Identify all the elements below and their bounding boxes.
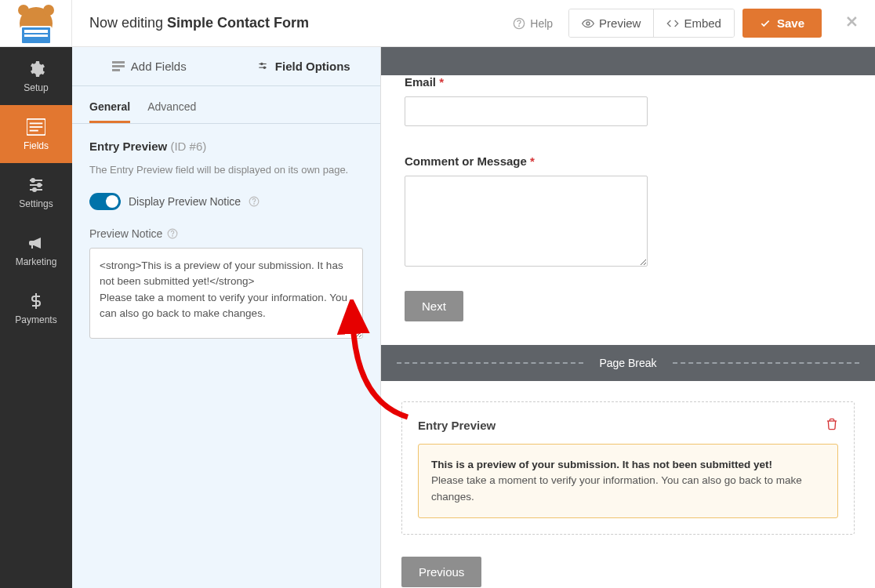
dollar-icon bbox=[27, 292, 45, 310]
close-icon bbox=[844, 13, 859, 29]
form-icon bbox=[27, 118, 45, 136]
svg-rect-4 bbox=[30, 122, 43, 124]
field-title: Entry Preview (ID #6) bbox=[89, 140, 363, 153]
svg-point-22 bbox=[254, 204, 255, 205]
bullhorn-icon bbox=[27, 234, 45, 252]
sidebar-item-label: Payments bbox=[15, 314, 56, 325]
sidebar-item-settings[interactable]: Settings bbox=[0, 163, 72, 221]
help-circle-icon[interactable] bbox=[167, 228, 178, 239]
sidebar-item-label: Fields bbox=[24, 140, 49, 151]
svg-rect-16 bbox=[112, 69, 120, 71]
svg-point-2 bbox=[586, 22, 590, 25]
comment-label: Comment or Message * bbox=[405, 154, 851, 168]
svg-point-12 bbox=[33, 188, 36, 191]
sidebar-item-setup[interactable]: Setup bbox=[0, 47, 72, 105]
field-description: The Entry Preview field will be displaye… bbox=[89, 164, 363, 176]
subtab-advanced[interactable]: Advanced bbox=[147, 100, 196, 123]
preview-notice-label: Preview Notice bbox=[89, 227, 363, 240]
trash-icon bbox=[826, 418, 838, 430]
entry-preview-title: Entry Preview bbox=[418, 419, 496, 432]
sliders-icon bbox=[27, 176, 45, 194]
eye-icon bbox=[582, 17, 594, 30]
help-link[interactable]: Help bbox=[505, 17, 561, 30]
help-circle-icon[interactable] bbox=[249, 196, 260, 207]
tab-add-fields[interactable]: Add Fields bbox=[72, 47, 227, 85]
email-field[interactable] bbox=[405, 96, 648, 126]
svg-point-20 bbox=[263, 67, 265, 68]
page-break-divider: Page Break bbox=[381, 345, 875, 381]
sidebar-item-label: Setup bbox=[24, 82, 48, 93]
svg-rect-5 bbox=[30, 126, 43, 128]
delete-field-button[interactable] bbox=[826, 418, 838, 433]
next-button[interactable]: Next bbox=[405, 291, 463, 321]
help-circle-icon bbox=[513, 17, 525, 30]
email-label: Email * bbox=[405, 75, 851, 89]
svg-rect-15 bbox=[112, 65, 125, 67]
display-preview-notice-toggle[interactable] bbox=[89, 193, 121, 210]
sidebar-item-marketing[interactable]: Marketing bbox=[0, 221, 72, 279]
sidebar-item-label: Marketing bbox=[16, 256, 57, 267]
sidebar-item-payments[interactable]: Payments bbox=[0, 279, 72, 337]
sidebar-item-fields[interactable]: Fields bbox=[0, 105, 72, 163]
now-editing-title: Now editing Simple Contact Form bbox=[72, 15, 505, 31]
svg-point-18 bbox=[260, 63, 262, 64]
sidebar-item-label: Settings bbox=[19, 198, 53, 209]
preview-notice-box: This is a preview of your submission. It… bbox=[418, 444, 838, 518]
svg-point-8 bbox=[31, 179, 34, 182]
svg-point-24 bbox=[172, 236, 173, 237]
gear-icon bbox=[27, 60, 45, 78]
preview-notice-textarea[interactable] bbox=[89, 248, 363, 339]
app-logo bbox=[0, 0, 72, 47]
preview-button[interactable]: Preview bbox=[569, 9, 654, 37]
svg-rect-6 bbox=[30, 129, 38, 131]
svg-point-1 bbox=[519, 26, 520, 27]
check-icon bbox=[760, 18, 771, 29]
toggle-label: Display Preview Notice bbox=[129, 195, 241, 208]
code-icon bbox=[666, 17, 679, 30]
previous-button[interactable]: Previous bbox=[401, 557, 481, 587]
embed-button[interactable]: Embed bbox=[654, 9, 734, 37]
tab-field-options[interactable]: Field Options bbox=[227, 47, 381, 85]
close-button[interactable] bbox=[844, 13, 859, 34]
list-icon bbox=[112, 61, 125, 72]
subtab-general[interactable]: General bbox=[89, 100, 130, 123]
sliders-icon bbox=[256, 61, 269, 72]
svg-rect-14 bbox=[112, 61, 125, 64]
comment-field[interactable] bbox=[405, 176, 648, 267]
entry-preview-card[interactable]: Entry Preview This is a preview of your … bbox=[401, 401, 855, 535]
save-button[interactable]: Save bbox=[742, 9, 822, 38]
svg-point-10 bbox=[38, 183, 41, 187]
